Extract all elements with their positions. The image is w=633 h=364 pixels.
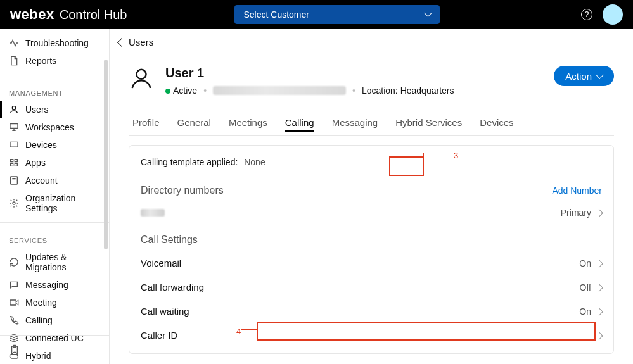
chevron-right-icon xyxy=(596,282,602,292)
devices-icon xyxy=(9,140,19,150)
tab-calling[interactable]: Calling xyxy=(285,112,314,135)
action-button-label: Action xyxy=(565,71,592,82)
chevron-right-icon xyxy=(596,258,602,268)
customer-select-label: Select Customer xyxy=(243,9,309,20)
sidebar-item-troubleshooting[interactable]: Troubleshooting xyxy=(0,34,109,52)
section-header-services: Services xyxy=(0,228,109,248)
sidebar-item-apps[interactable]: Apps xyxy=(0,154,109,172)
svg-point-8 xyxy=(13,202,15,204)
sidebar-item-meeting[interactable]: Meeting xyxy=(0,294,109,311)
sidebar-item-account[interactable]: Account xyxy=(0,172,109,189)
user-meta: Active • • Location: Headquarters xyxy=(165,85,554,96)
svg-rect-9 xyxy=(10,300,16,305)
svg-rect-3 xyxy=(11,160,13,162)
apps-icon xyxy=(9,158,19,168)
sidebar-item-reports[interactable]: Reports xyxy=(0,52,109,70)
sidebar-item-label: Organization Settings xyxy=(25,193,100,213)
svg-point-0 xyxy=(12,106,15,110)
gear-icon xyxy=(9,198,19,208)
tab-label: Messaging xyxy=(332,117,378,128)
user-icon xyxy=(9,104,19,115)
account-icon xyxy=(9,175,19,185)
brand-product: Control Hub xyxy=(60,8,127,22)
tab-devices[interactable]: Devices xyxy=(480,112,513,135)
shell: Troubleshooting Reports Management Users… xyxy=(0,29,633,364)
action-button[interactable]: Action xyxy=(554,66,614,86)
tab-row: Profile General Meetings Calling Messagi… xyxy=(129,112,614,136)
phone-icon xyxy=(9,315,19,325)
sidebar-item-label: Account xyxy=(25,175,58,185)
setting-label: Caller ID xyxy=(141,330,177,341)
breadcrumb-label: Users xyxy=(129,37,153,47)
section-header-management: Management xyxy=(0,80,109,101)
user-header: User 1 Active • • Location: Headquarters… xyxy=(129,53,614,96)
sidebar-item-messaging[interactable]: Messaging xyxy=(0,276,109,294)
calling-template-row: Calling template applied: None xyxy=(141,146,602,173)
divider xyxy=(0,222,109,223)
status-text: Active xyxy=(173,85,197,96)
customer-select[interactable]: Select Customer xyxy=(234,5,440,24)
meeting-icon xyxy=(9,298,19,308)
directory-number-type: Primary xyxy=(561,208,591,218)
chevron-right-icon xyxy=(596,208,602,218)
user-name: User 1 xyxy=(165,66,554,80)
redacted-email xyxy=(213,86,346,95)
sidebar-footer[interactable] xyxy=(0,335,109,364)
svg-rect-1 xyxy=(10,124,18,129)
chevron-left-icon xyxy=(118,37,125,47)
user-location: Location: Headquarters xyxy=(362,85,454,96)
status-badge: Active xyxy=(165,85,197,96)
sidebar-item-users[interactable]: Users xyxy=(0,101,109,118)
tab-label: Meetings xyxy=(229,117,267,128)
breadcrumb-back[interactable]: Users xyxy=(110,29,633,53)
tab-general[interactable]: General xyxy=(177,112,211,135)
sidebar-item-label: Reports xyxy=(25,56,56,66)
setting-value: Off xyxy=(580,282,591,292)
sidebar-item-label: Updates & Migrations xyxy=(25,252,100,272)
sidebar-item-updates[interactable]: Updates & Migrations xyxy=(0,248,109,276)
brand: webex Control Hub xyxy=(10,6,127,23)
setting-call-waiting[interactable]: Call waiting On xyxy=(141,299,602,323)
directory-number-row[interactable]: Primary xyxy=(141,201,602,223)
tab-label: General xyxy=(177,117,211,128)
main: Users User 1 Active • • Location: Headqu… xyxy=(110,29,633,364)
sidebar-item-calling[interactable]: Calling xyxy=(0,311,109,329)
calling-template-label: Calling template applied: xyxy=(141,157,238,167)
user-avatar-icon xyxy=(129,66,154,93)
setting-value: On xyxy=(579,258,591,268)
setting-label: Call waiting xyxy=(141,306,189,317)
tab-messaging[interactable]: Messaging xyxy=(332,112,378,135)
calling-template-value: None xyxy=(244,157,265,167)
tab-profile[interactable]: Profile xyxy=(132,112,160,135)
directory-numbers-header: Directory numbers Add Number xyxy=(141,173,602,201)
svg-rect-2 xyxy=(10,142,18,147)
setting-caller-id[interactable]: Caller ID xyxy=(141,323,602,347)
help-icon[interactable]: ? xyxy=(581,9,592,20)
sidebar-scrollbar[interactable] xyxy=(104,60,108,332)
avatar[interactable] xyxy=(603,4,623,25)
setting-call-forwarding[interactable]: Call forwarding Off xyxy=(141,275,602,299)
setting-value: On xyxy=(579,306,591,317)
tab-hybrid-services[interactable]: Hybrid Services xyxy=(395,112,462,135)
add-number-link[interactable]: Add Number xyxy=(552,185,602,196)
sidebar-item-devices[interactable]: Devices xyxy=(0,136,109,154)
svg-rect-4 xyxy=(15,160,17,162)
separator-dot: • xyxy=(203,85,207,96)
message-icon xyxy=(9,280,19,290)
setting-label: Call forwarding xyxy=(141,282,204,292)
redacted-number xyxy=(141,209,165,217)
sidebar-item-label: Troubleshooting xyxy=(25,38,89,48)
annotation-label-3: 3 xyxy=(454,151,458,160)
setting-voicemail[interactable]: Voicemail On xyxy=(141,251,602,275)
sidebar-item-org-settings[interactable]: Organization Settings xyxy=(0,189,109,217)
sidebar-item-workspaces[interactable]: Workspaces xyxy=(0,118,109,136)
sidebar-item-label: Meeting xyxy=(25,298,57,308)
refresh-icon xyxy=(9,257,19,267)
divider xyxy=(0,75,109,75)
svg-rect-5 xyxy=(11,163,13,166)
sidebar-item-label: Devices xyxy=(25,140,57,150)
sidebar-item-label: Calling xyxy=(25,315,53,325)
directory-numbers-title: Directory numbers xyxy=(141,185,224,196)
tab-meetings[interactable]: Meetings xyxy=(229,112,267,135)
svg-rect-6 xyxy=(15,163,17,166)
